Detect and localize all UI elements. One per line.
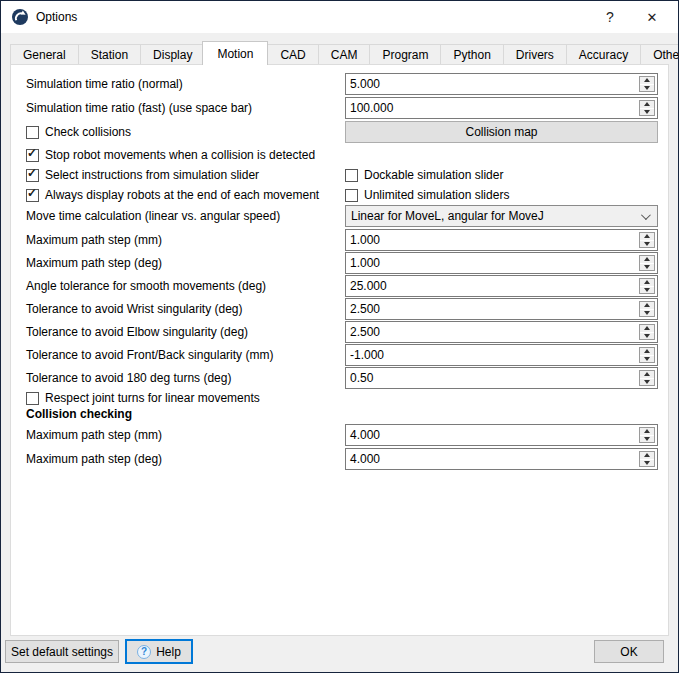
close-icon[interactable]: ✕	[632, 1, 672, 33]
spinbox-maximum-path-step-deg[interactable]: 1.000	[345, 252, 658, 274]
spinbox-value[interactable]: 4.000	[350, 452, 380, 466]
field-label-maximum-path-step-deg: Maximum path step (deg)	[26, 452, 162, 466]
checkbox-label: Unlimited simulation sliders	[364, 188, 509, 202]
spin-up-icon[interactable]	[640, 77, 654, 85]
unchecked-checkbox-icon[interactable]	[345, 189, 358, 202]
chevron-down-icon	[641, 210, 651, 220]
field-label-simulation-time-ratio-normal: Simulation time ratio (normal)	[26, 77, 183, 91]
spinbox-value[interactable]: 1.000	[350, 256, 380, 270]
checked-checkbox-icon[interactable]: ✓	[26, 169, 39, 182]
section-header-collision-checking: Collision checking	[26, 407, 132, 421]
settings-row-tolerance-to-avoid-wrist-singularity-deg: Tolerance to avoid Wrist singularity (de…	[11, 298, 668, 320]
spin-up-icon[interactable]	[640, 256, 654, 264]
checkbox-respect-joint-turns-for-linear-movements[interactable]: Respect joint turns for linear movements	[26, 391, 260, 405]
spin-up-icon[interactable]	[640, 325, 654, 333]
tab-motion[interactable]: Motion	[202, 41, 268, 65]
checkbox-label: Always display robots at the end of each…	[45, 188, 319, 202]
spinbox-tolerance-to-avoid-180-deg-turns-deg[interactable]: 0.50	[345, 367, 658, 389]
motion-tab-panel: Simulation time ratio (normal)5.000Simul…	[10, 64, 669, 636]
spinbox-value[interactable]: 1.000	[350, 233, 380, 247]
spinbox-tolerance-to-avoid-front-back-singularity-mm[interactable]: -1.000	[345, 344, 658, 366]
tab-station[interactable]: Station	[78, 44, 141, 65]
spin-up-icon[interactable]	[640, 279, 654, 287]
spin-down-icon[interactable]	[640, 85, 654, 92]
checkbox-check-collisions[interactable]: Check collisions	[26, 125, 131, 139]
tab-python[interactable]: Python	[440, 44, 503, 65]
spinbox-simulation-time-ratio-fast-use-space-bar[interactable]: 100.000	[345, 97, 658, 119]
settings-row-maximum-path-step-deg: Maximum path step (deg)1.000	[11, 252, 668, 274]
tab-other[interactable]: Other	[640, 44, 679, 65]
help-button[interactable]: ? Help	[125, 639, 193, 664]
ok-button[interactable]: OK	[594, 640, 664, 663]
spin-up-icon[interactable]	[640, 452, 654, 460]
title-bar: Options ? ✕	[1, 1, 678, 33]
spin-down-icon[interactable]	[640, 241, 654, 248]
spin-up-icon[interactable]	[640, 101, 654, 109]
spinbox-value[interactable]: -1.000	[350, 348, 384, 362]
spin-down-icon[interactable]	[640, 333, 654, 340]
spinbox-value[interactable]: 2.500	[350, 302, 380, 316]
checked-checkbox-icon[interactable]: ✓	[26, 149, 39, 162]
window-title: Options	[36, 10, 77, 24]
spinbox-maximum-path-step-deg[interactable]: 4.000	[345, 448, 658, 470]
spin-down-icon[interactable]	[640, 460, 654, 467]
spinbox-tolerance-to-avoid-elbow-singularity-deg[interactable]: 2.500	[345, 321, 658, 343]
checkbox-dockable-simulation-slider[interactable]: Dockable simulation slider	[345, 168, 503, 182]
spin-down-icon[interactable]	[640, 310, 654, 317]
unchecked-checkbox-icon[interactable]	[26, 392, 39, 405]
checkbox-label: Select instructions from simulation slid…	[45, 168, 259, 182]
unchecked-checkbox-icon[interactable]	[26, 126, 39, 139]
tab-cam[interactable]: CAM	[318, 44, 371, 65]
dropdown-move-time-calculation-linear-vs-angular-speed[interactable]: Linear for MoveL, angular for MoveJ	[345, 205, 658, 227]
set-default-settings-button[interactable]: Set default settings	[5, 640, 119, 663]
unchecked-checkbox-icon[interactable]	[345, 169, 358, 182]
field-label-tolerance-to-avoid-wrist-singularity-deg: Tolerance to avoid Wrist singularity (de…	[26, 302, 243, 316]
tab-display[interactable]: Display	[140, 44, 205, 65]
spin-up-icon[interactable]	[640, 371, 654, 379]
checkbox-label: Respect joint turns for linear movements	[45, 391, 260, 405]
spin-down-icon[interactable]	[640, 379, 654, 386]
row-control-area: 0.50	[345, 367, 658, 389]
spinbox-value[interactable]: 100.000	[350, 101, 393, 115]
spin-down-icon[interactable]	[640, 356, 654, 363]
row-control-area: Collision map	[345, 121, 658, 143]
spin-down-icon[interactable]	[640, 436, 654, 443]
tab-general[interactable]: General	[10, 44, 79, 65]
spin-up-icon[interactable]	[640, 348, 654, 356]
spinbox-value[interactable]: 5.000	[350, 77, 380, 91]
row-control-area: 2.500	[345, 298, 658, 320]
spin-up-icon[interactable]	[640, 233, 654, 241]
collision-map-button[interactable]: Collision map	[345, 121, 658, 143]
row-control-area: 4.000	[345, 424, 658, 446]
field-label-maximum-path-step-mm: Maximum path step (mm)	[26, 428, 162, 442]
spinbox-value[interactable]: 4.000	[350, 428, 380, 442]
spin-down-icon[interactable]	[640, 264, 654, 271]
tab-cad[interactable]: CAD	[267, 44, 318, 65]
tab-program[interactable]: Program	[369, 44, 441, 65]
field-label-tolerance-to-avoid-elbow-singularity-deg: Tolerance to avoid Elbow singularity (de…	[26, 325, 248, 339]
spinbox-maximum-path-step-mm[interactable]: 4.000	[345, 424, 658, 446]
spinbox-value[interactable]: 0.50	[350, 371, 373, 385]
tab-accuracy[interactable]: Accuracy	[566, 44, 641, 65]
spinbox-maximum-path-step-mm[interactable]: 1.000	[345, 229, 658, 251]
spinbox-simulation-time-ratio-normal[interactable]: 5.000	[345, 73, 658, 95]
spin-down-icon[interactable]	[640, 287, 654, 294]
field-label-maximum-path-step-deg: Maximum path step (deg)	[26, 256, 162, 270]
titlebar-help-button[interactable]: ?	[590, 1, 630, 33]
checkbox-always-display-robots-at-the-end-of-each-movement[interactable]: ✓Always display robots at the end of eac…	[26, 188, 319, 202]
checked-checkbox-icon[interactable]: ✓	[26, 189, 39, 202]
checkbox-stop-robot-movements-when-a-collision-is-detected[interactable]: ✓Stop robot movements when a collision i…	[26, 148, 315, 162]
checkbox-label: Stop robot movements when a collision is…	[45, 148, 315, 162]
checkbox-select-instructions-from-simulation-slider[interactable]: ✓Select instructions from simulation sli…	[26, 168, 259, 182]
settings-row-respect-joint-turns-for-linear-movements: Respect joint turns for linear movements	[11, 390, 668, 406]
spinbox-value[interactable]: 2.500	[350, 325, 380, 339]
spin-down-icon[interactable]	[640, 109, 654, 116]
checkbox-unlimited-simulation-sliders[interactable]: Unlimited simulation sliders	[345, 188, 509, 202]
spinbox-tolerance-to-avoid-wrist-singularity-deg[interactable]: 2.500	[345, 298, 658, 320]
spin-up-icon[interactable]	[640, 302, 654, 310]
spinbox-value[interactable]: 25.000	[350, 279, 387, 293]
row-control-area: Linear for MoveL, angular for MoveJ	[345, 205, 658, 227]
spinbox-angle-tolerance-for-smooth-movements-deg[interactable]: 25.000	[345, 275, 658, 297]
tab-drivers[interactable]: Drivers	[503, 44, 567, 65]
spin-up-icon[interactable]	[640, 428, 654, 436]
